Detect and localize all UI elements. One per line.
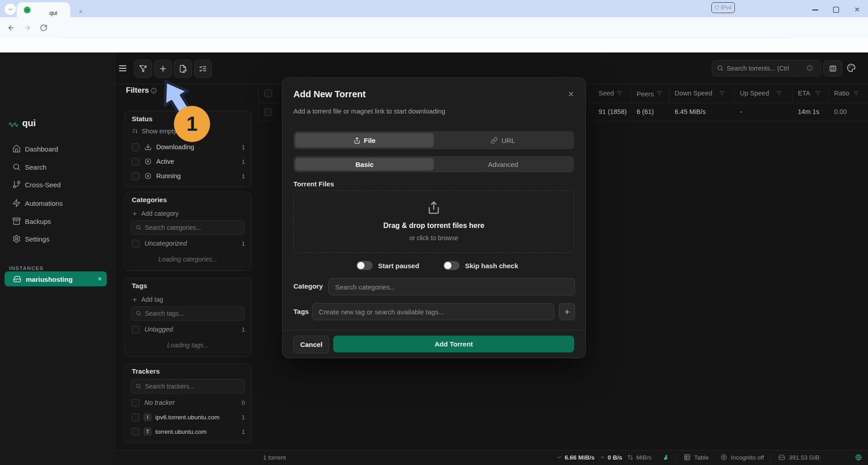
cell-ratio[interactable]: 0.00 — [834, 108, 847, 115]
window-close-button[interactable] — [854, 6, 860, 13]
tracker-ipv6-label[interactable]: ipv6.torrent.ubuntu.com — [155, 414, 220, 421]
cell-peers[interactable]: 6 (61) — [637, 108, 654, 115]
status-running-label[interactable]: Running — [156, 172, 181, 180]
column-header-eta[interactable]: ETA — [798, 90, 810, 97]
info-icon[interactable] — [806, 65, 813, 71]
cell-seed[interactable]: 91 (1858) — [599, 108, 627, 115]
browser-tab[interactable]: qui — [17, 2, 70, 17]
tab-advanced[interactable]: Advanced — [434, 158, 572, 171]
modal-title: Add New Torrent — [293, 89, 366, 100]
no-tracker-label[interactable]: No tracker — [144, 399, 175, 406]
close-icon[interactable] — [567, 90, 575, 98]
cell-eta[interactable]: 14m 1s — [798, 108, 820, 115]
column-header-ratio[interactable]: Ratio — [834, 90, 849, 97]
filter-funnel-icon[interactable] — [776, 90, 782, 96]
filter-funnel-icon[interactable] — [815, 90, 821, 96]
column-header-peers[interactable]: Peers — [637, 90, 655, 97]
tags-input-wrap[interactable] — [312, 303, 554, 320]
tab-file[interactable]: File — [295, 133, 434, 147]
sidebar-toggle-hamburger-icon[interactable] — [118, 63, 128, 73]
untagged-label[interactable]: Untagged — [144, 326, 173, 333]
filter-funnel-icon[interactable] — [657, 90, 662, 96]
speed-unit[interactable]: MiB/s — [636, 454, 652, 461]
column-header-up-speed[interactable]: Up Speed — [740, 90, 769, 97]
instance-name: mariushosting — [26, 275, 72, 283]
column-header-seed[interactable]: Seed — [599, 90, 614, 97]
uncategorized-label[interactable]: Uncategorized — [144, 240, 187, 247]
filter-funnel-icon[interactable] — [853, 90, 859, 96]
skip-hash-check-toggle[interactable] — [443, 261, 460, 270]
status-running-checkbox[interactable] — [132, 172, 139, 180]
cancel-button[interactable]: Cancel — [293, 336, 329, 353]
upload-icon — [427, 201, 441, 214]
reload-icon[interactable] — [40, 24, 48, 32]
window-restore-button[interactable] — [833, 7, 839, 13]
window-minimize-button[interactable] — [812, 9, 818, 10]
row-select-checkbox[interactable] — [264, 108, 272, 116]
uncategorized-checkbox[interactable] — [132, 240, 139, 247]
sidebar-item-settings[interactable]: Settings — [0, 230, 115, 248]
global-down-speed[interactable]: 6.66 MiB/s — [565, 454, 595, 461]
tab-search-button[interactable] — [5, 4, 16, 15]
arrow-up-down-icon[interactable] — [627, 454, 633, 460]
tag-filter-search[interactable] — [131, 306, 245, 321]
tracker-filter-search[interactable] — [131, 379, 245, 394]
plus-icon — [132, 297, 138, 303]
tracker-ubuntu-label[interactable]: torrent.ubuntu.com — [155, 428, 206, 435]
chrome-lower-strip — [0, 38, 868, 52]
select-all-checkbox[interactable] — [264, 90, 272, 97]
add-category-button[interactable]: Add category — [132, 210, 179, 217]
modal-subtitle: Add a torrent file or magnet link to sta… — [293, 108, 445, 115]
filter-funnel-icon[interactable] — [617, 90, 623, 96]
globe-icon[interactable] — [855, 454, 862, 461]
add-tag-plus-button[interactable] — [559, 303, 575, 320]
global-up-speed[interactable]: 0 B/s — [608, 454, 622, 461]
upload-icon — [354, 137, 360, 144]
ip-version-pill[interactable]: IPv4 — [711, 2, 735, 13]
sidebar-item-search[interactable]: Search — [0, 158, 115, 176]
tab-basic[interactable]: Basic — [295, 158, 434, 171]
disk-free-space: 391.53 GiB — [789, 454, 820, 461]
cell-down-speed[interactable]: 6.45 MiB/s — [675, 108, 706, 115]
tags-input[interactable] — [318, 304, 550, 320]
tracker-ipv6-checkbox[interactable] — [132, 413, 139, 421]
start-paused-toggle[interactable] — [356, 261, 373, 270]
torrent-search-box[interactable] — [712, 60, 821, 76]
sidebar-item-cross-seed[interactable]: Cross-Seed — [0, 176, 115, 194]
dropzone-primary-text: Drag & drop torrent files here — [294, 222, 574, 230]
filter-funnel-icon[interactable] — [719, 90, 725, 96]
tracker-ubuntu-count: 1 — [242, 428, 245, 435]
theme-palette-icon[interactable] — [847, 63, 856, 72]
torrent-dropzone[interactable]: Drag & drop torrent files here or click … — [293, 190, 574, 253]
column-divider — [792, 86, 793, 102]
back-icon[interactable] — [7, 24, 15, 32]
sidebar-item-backups[interactable]: Backups — [0, 212, 115, 230]
link-icon — [491, 137, 498, 144]
instances-section-label: INSTANCES — [9, 266, 43, 271]
view-mode-label[interactable]: Table — [694, 454, 709, 461]
no-tracker-checkbox[interactable] — [132, 399, 139, 407]
tab-url[interactable]: URL — [434, 133, 572, 147]
torrent-search-input[interactable] — [726, 61, 805, 76]
forward-icon[interactable] — [24, 24, 31, 32]
category-input[interactable] — [334, 279, 571, 295]
category-input-wrap[interactable] — [328, 278, 575, 295]
tracker-ubuntu-checkbox[interactable] — [132, 428, 139, 436]
tracker-filter-input[interactable] — [144, 380, 241, 393]
tag-filter-input[interactable] — [144, 307, 241, 320]
incognito-label[interactable]: Incognito off — [731, 454, 764, 461]
tab-close-icon[interactable] — [78, 9, 83, 14]
cell-up-speed[interactable]: - — [740, 108, 742, 115]
add-torrent-modal: Add New Torrent Add a torrent file or ma… — [282, 77, 586, 358]
add-torrent-submit-button[interactable]: Add Torrent — [333, 336, 574, 352]
sidebar-instance-mariushosting[interactable]: mariushosting — [5, 271, 107, 286]
category-filter-search[interactable] — [131, 220, 245, 235]
sidebar-item-dashboard[interactable]: Dashboard — [0, 140, 115, 158]
column-header-down-speed[interactable]: Down Speed — [675, 90, 712, 97]
untagged-checkbox[interactable] — [132, 326, 139, 333]
loading-tags-text: Loading tags... — [125, 342, 251, 349]
category-filter-input[interactable] — [144, 221, 241, 234]
add-tag-button[interactable]: Add tag — [132, 296, 163, 303]
column-settings-button[interactable] — [823, 60, 842, 76]
sidebar-item-automations[interactable]: Automations — [0, 194, 115, 212]
